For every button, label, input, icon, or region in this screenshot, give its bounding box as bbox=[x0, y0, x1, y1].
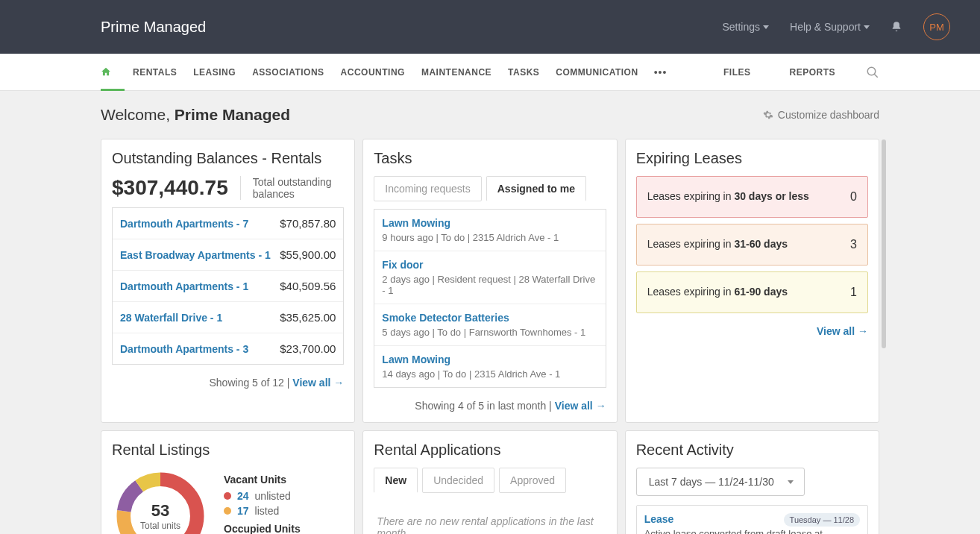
exp-prefix: Leases expiring in bbox=[647, 238, 735, 250]
gear-icon bbox=[763, 110, 773, 120]
exp-prefix: Leases expiring in bbox=[647, 190, 735, 202]
user-avatar[interactable]: PM bbox=[923, 13, 950, 40]
exp-range: 30 days or less bbox=[734, 190, 808, 202]
recent-activity-card: Recent Activity Last 7 days — 11/24-11/3… bbox=[625, 430, 879, 534]
balance-list: Dartmouth Apartments - 7$70,857.80 East … bbox=[112, 207, 344, 365]
nav-leasing[interactable]: LEASING bbox=[185, 67, 244, 78]
balance-row[interactable]: Dartmouth Apartments - 3$23,700.00 bbox=[113, 333, 343, 364]
total-amount: $307,440.75 bbox=[112, 176, 228, 200]
listed-label: listed bbox=[255, 505, 280, 517]
tasks-card: Tasks Incoming requests Assigned to me L… bbox=[362, 139, 617, 423]
task-meta: 9 hours ago | To do | 2315 Aldrich Ave -… bbox=[382, 232, 597, 243]
nav-more-menu[interactable]: ••• bbox=[647, 66, 675, 78]
nav-home[interactable] bbox=[101, 54, 125, 91]
task-list: Lawn Mowing9 hours ago | To do | 2315 Al… bbox=[374, 209, 606, 388]
card-title: Rental Listings bbox=[112, 442, 344, 459]
balance-row[interactable]: Dartmouth Apartments - 1$40,509.56 bbox=[113, 271, 343, 302]
balance-name[interactable]: 28 Waterfall Drive - 1 bbox=[120, 312, 222, 324]
units-donut-chart: 53 Total units bbox=[112, 468, 209, 534]
balance-name[interactable]: East Broadway Apartments - 1 bbox=[120, 249, 271, 261]
view-all-link[interactable]: View all → bbox=[817, 325, 868, 337]
exp-count: 1 bbox=[850, 286, 857, 299]
card-title: Recent Activity bbox=[636, 442, 868, 459]
scrollbar[interactable] bbox=[882, 139, 886, 348]
balance-name[interactable]: Dartmouth Apartments - 3 bbox=[120, 343, 248, 355]
dot-icon bbox=[224, 507, 231, 515]
task-row[interactable]: Lawn Mowing14 days ago | To do | 2315 Al… bbox=[374, 346, 605, 387]
activity-description: Active lease converted from draft lease … bbox=[644, 528, 860, 534]
task-meta: 14 days ago | To do | 2315 Aldrich Ave -… bbox=[382, 368, 597, 380]
tab-incoming-requests[interactable]: Incoming requests bbox=[374, 176, 481, 201]
svg-line-1 bbox=[874, 74, 878, 78]
footer-showing: Showing 4 of 5 in last month | bbox=[415, 400, 554, 412]
task-title[interactable]: Smoke Detector Batteries bbox=[382, 312, 597, 324]
search-icon[interactable] bbox=[866, 66, 879, 79]
listed-count[interactable]: 17 bbox=[237, 505, 249, 517]
unlisted-label: unlisted bbox=[255, 490, 291, 502]
svg-point-0 bbox=[867, 67, 876, 75]
activity-item[interactable]: Tuesday — 11/28 Lease Active lease conve… bbox=[636, 505, 868, 534]
view-all-link[interactable]: View all → bbox=[292, 377, 344, 389]
nav-reports[interactable]: REPORTS bbox=[781, 67, 844, 78]
task-row[interactable]: Smoke Detector Batteries5 days ago | To … bbox=[374, 304, 605, 346]
apps-tabs: New Undecided Approved bbox=[374, 468, 606, 493]
nav-accounting[interactable]: ACCOUNTING bbox=[333, 67, 413, 78]
help-label: Help & Support bbox=[790, 21, 861, 33]
stat-listed: 17listed bbox=[224, 505, 301, 517]
nav-tasks[interactable]: TASKS bbox=[500, 67, 547, 78]
customize-label: Customize dashboard bbox=[778, 109, 879, 121]
nav-rentals[interactable]: RENTALS bbox=[125, 67, 185, 78]
task-title[interactable]: Lawn Mowing bbox=[382, 217, 597, 229]
footer-showing: Showing 5 of 12 | bbox=[210, 377, 293, 389]
balance-name[interactable]: Dartmouth Apartments - 7 bbox=[120, 218, 248, 230]
balance-row[interactable]: East Broadway Apartments - 1$55,900.00 bbox=[113, 239, 343, 271]
tab-assigned-to-me[interactable]: Assigned to me bbox=[486, 176, 586, 201]
activity-range-label: Last 7 days — 11/24-11/30 bbox=[649, 476, 774, 488]
activity-range-select[interactable]: Last 7 days — 11/24-11/30 bbox=[636, 468, 805, 496]
task-meta: 5 days ago | To do | Farnsworth Townhome… bbox=[382, 327, 597, 338]
welcome-prefix: Welcome, bbox=[101, 106, 175, 123]
task-title[interactable]: Lawn Mowing bbox=[382, 354, 597, 365]
balance-amount: $23,700.00 bbox=[280, 342, 336, 355]
outstanding-balances-card: Outstanding Balances - Rentals $307,440.… bbox=[101, 139, 355, 423]
rental-listings-card: Rental Listings 53 Total units Vacan bbox=[101, 430, 355, 534]
balance-row[interactable]: 28 Waterfall Drive - 1$35,625.00 bbox=[113, 302, 343, 333]
settings-menu[interactable]: Settings bbox=[722, 21, 769, 33]
view-all-link[interactable]: View all → bbox=[555, 400, 606, 412]
nav-communication[interactable]: COMMUNICATION bbox=[547, 67, 646, 78]
help-support-menu[interactable]: Help & Support bbox=[790, 21, 870, 33]
total-row: $307,440.75 Total outstanding balances bbox=[112, 176, 344, 200]
chevron-down-icon bbox=[763, 25, 769, 29]
expiring-row-30[interactable]: Leases expiring in 30 days or less0 bbox=[636, 176, 868, 218]
nav-associations[interactable]: ASSOCIATIONS bbox=[244, 67, 332, 78]
customize-dashboard-link[interactable]: Customize dashboard bbox=[763, 109, 879, 121]
nav-files[interactable]: FILES bbox=[715, 67, 759, 78]
exp-count: 0 bbox=[850, 190, 857, 204]
task-title[interactable]: Fix door bbox=[382, 259, 597, 271]
card-footer: View all → bbox=[636, 325, 868, 337]
balance-row[interactable]: Dartmouth Apartments - 7$70,857.80 bbox=[113, 208, 343, 239]
expiring-leases-card: Expiring Leases Leases expiring in 30 da… bbox=[625, 139, 879, 423]
tab-undecided[interactable]: Undecided bbox=[422, 468, 494, 493]
expiring-row-90[interactable]: Leases expiring in 61-90 days1 bbox=[636, 271, 868, 313]
balance-amount: $35,625.00 bbox=[280, 311, 336, 324]
task-row[interactable]: Fix door2 days ago | Resident request | … bbox=[374, 251, 605, 304]
notifications-bell-icon[interactable] bbox=[891, 21, 902, 33]
unlisted-count[interactable]: 24 bbox=[237, 490, 249, 502]
task-row[interactable]: Lawn Mowing9 hours ago | To do | 2315 Al… bbox=[374, 210, 605, 251]
chevron-down-icon bbox=[864, 25, 870, 29]
exp-count: 3 bbox=[850, 238, 857, 251]
expiring-row-60[interactable]: Leases expiring in 31-60 days3 bbox=[636, 224, 868, 266]
tab-new[interactable]: New bbox=[374, 468, 418, 493]
balance-name[interactable]: Dartmouth Apartments - 1 bbox=[120, 280, 248, 292]
nav-maintenance[interactable]: MAINTENANCE bbox=[413, 67, 500, 78]
top-bar: Prime Managed Settings Help & Support PM bbox=[0, 0, 980, 54]
welcome-name: Prime Managed bbox=[175, 106, 290, 123]
empty-applications-message: There are no new rental applications in … bbox=[374, 500, 606, 534]
listings-body: 53 Total units Vacant Units 24unlisted 1… bbox=[112, 468, 344, 534]
welcome-row: Welcome, Prime Managed Customize dashboa… bbox=[101, 106, 879, 124]
expiring-list: Leases expiring in 30 days or less0 Leas… bbox=[636, 176, 868, 313]
exp-range: 31-60 days bbox=[734, 238, 788, 250]
tab-approved[interactable]: Approved bbox=[499, 468, 566, 493]
card-title: Outstanding Balances - Rentals bbox=[112, 150, 344, 167]
